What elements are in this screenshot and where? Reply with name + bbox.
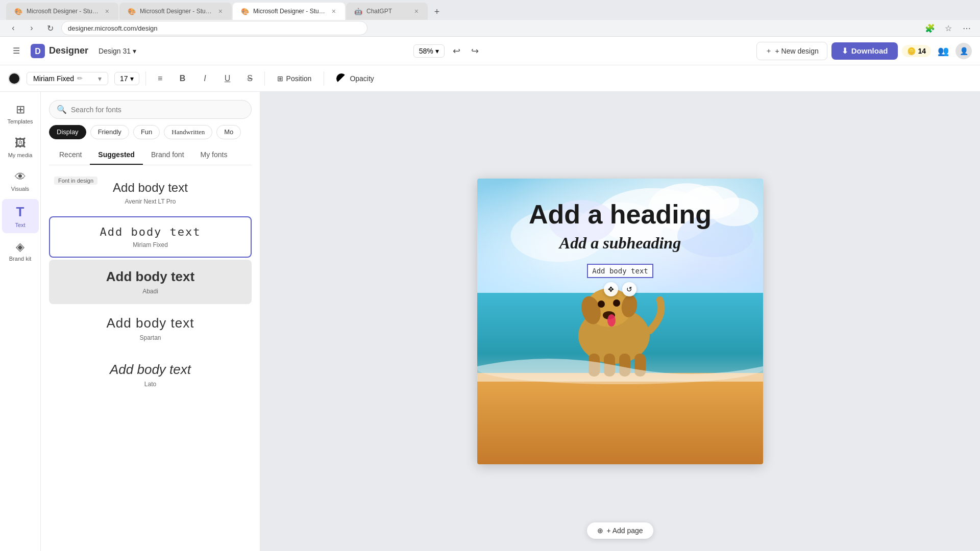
browser-actions: 🧩 ☆ ⋯ <box>923 21 974 35</box>
new-tab-button[interactable]: + <box>429 4 445 20</box>
undo-button[interactable]: ↩ <box>449 43 465 59</box>
coin-icon: 🪙 <box>907 47 916 55</box>
new-design-button[interactable]: ＋ + New design <box>756 42 827 60</box>
tab-suggested[interactable]: Suggested <box>90 145 143 165</box>
designer-logo-icon: D <box>31 44 45 58</box>
font-name-avenir: Avenir Next LT Pro <box>58 198 242 205</box>
tab-my-fonts[interactable]: My fonts <box>192 145 236 165</box>
font-size-selector[interactable]: 17 ▾ <box>114 72 139 85</box>
font-preview-lato: Add body text <box>58 362 242 378</box>
tab-chatgpt[interactable]: 🤖 ChatGPT × <box>346 3 428 20</box>
back-button[interactable]: ‹ <box>6 21 20 35</box>
font-family-selector[interactable]: Miriam Fixed ✏ ▾ <box>27 72 108 85</box>
underline-button[interactable]: U <box>219 70 236 87</box>
edit-icon: ✏ <box>77 74 83 82</box>
font-item-lato[interactable]: Add body text Lato <box>49 353 252 397</box>
brand-kit-icon: ◈ <box>16 240 24 254</box>
tab-close-2[interactable]: × <box>217 6 224 16</box>
zoom-control[interactable]: 58% ▾ <box>413 44 445 58</box>
text-color-picker[interactable] <box>8 72 20 85</box>
tab-close-4[interactable]: × <box>413 6 420 16</box>
filter-chip-friendly[interactable]: Friendly <box>90 125 129 139</box>
hamburger-button[interactable]: ☰ <box>8 43 24 59</box>
tab-favicon-3: 🎨 <box>241 8 249 15</box>
favorites-button[interactable]: ☆ <box>941 21 955 35</box>
sidebar-item-brand-kit[interactable]: ◈ Brand kit <box>2 235 39 267</box>
font-search-input[interactable] <box>71 106 244 114</box>
strikethrough-button[interactable]: S <box>242 70 258 87</box>
font-list: Font in design Add body text Avenir Next… <box>49 171 252 397</box>
filter-chip-handwritten[interactable]: Handwritten <box>164 125 212 139</box>
font-name-abadi: Abadi <box>58 288 242 295</box>
font-search-bar[interactable]: 🔍 <box>49 100 252 119</box>
brand-kit-label: Brand kit <box>9 256 31 262</box>
toolbar-center: 58% ▾ ↩ ↪ <box>146 43 750 59</box>
tab-recent[interactable]: Recent <box>51 145 90 165</box>
filter-chip-display[interactable]: Display <box>49 125 86 139</box>
app-name: Designer <box>49 45 88 56</box>
font-preview-spartan: Add body text <box>58 315 242 331</box>
download-icon: ⬇ <box>842 46 848 56</box>
reload-button[interactable]: ↻ <box>43 21 57 35</box>
canvas-container: Add a heading Add a subheading Add body … <box>477 179 763 464</box>
tab-close-1[interactable]: × <box>104 6 110 16</box>
templates-icon: ⊞ <box>16 103 25 116</box>
toolbar-right: ＋ + New design ⬇ Download 🪙 14 👥 👤 <box>756 42 972 60</box>
font-tabs: Recent Suggested Brand font My fonts <box>49 145 252 165</box>
bold-button[interactable]: B <box>175 70 191 87</box>
align-button[interactable]: ≡ <box>152 70 168 87</box>
font-panel-inner: 🔍 Display Friendly Fun Handwritten <box>41 92 260 551</box>
my-media-label: My media <box>8 152 33 158</box>
left-sidebar: ⊞ Templates 🖼 My media 👁 Visuals T Text … <box>0 92 41 551</box>
tab-2[interactable]: 🎨 Microsoft Designer - Stunning × <box>119 3 232 20</box>
font-item-miriam[interactable]: Add body text Miriam Fixed <box>49 216 252 258</box>
tab-3[interactable]: 🎨 Microsoft Designer - Stunning × <box>233 3 345 20</box>
opacity-label: Opacity <box>350 74 374 83</box>
sidebar-item-visuals[interactable]: 👁 Visuals <box>2 165 39 197</box>
tab-1[interactable]: 🎨 Microsoft Designer - Stunning × <box>6 3 118 20</box>
design-canvas[interactable]: Add a heading Add a subheading Add body … <box>477 179 763 464</box>
filter-chip-fun[interactable]: Fun <box>133 125 160 139</box>
add-page-label: + Add page <box>606 527 643 535</box>
download-label: Download <box>851 46 888 55</box>
coins-count: 14 <box>918 47 926 55</box>
add-page-button[interactable]: ⊕ + Add page <box>587 522 653 539</box>
tab-favicon-2: 🎨 <box>128 8 136 15</box>
tab-brand-font[interactable]: Brand font <box>143 145 192 165</box>
canvas-body-text[interactable]: Add body text <box>587 264 653 278</box>
tab-bar: 🎨 Microsoft Designer - Stunning × 🎨 Micr… <box>0 0 980 20</box>
main-content: ⊞ Templates 🖼 My media 👁 Visuals T Text … <box>0 92 980 551</box>
position-button[interactable]: ⊞ Position <box>271 72 318 85</box>
browser-menu-button[interactable]: ⋯ <box>960 21 974 35</box>
canvas-subheading[interactable]: Add a subheading <box>559 234 681 253</box>
share-button[interactable]: 👥 <box>935 43 951 59</box>
sidebar-item-templates[interactable]: ⊞ Templates <box>2 98 39 130</box>
move-handle[interactable]: ✥ <box>604 282 618 296</box>
filter-chip-more[interactable]: Mo <box>216 125 241 139</box>
app-layout: ☰ D Designer Design 31 ▾ 58% ▾ ↩ ↪ ＋ <box>0 37 980 551</box>
url-bar[interactable]: designer.microsoft.com/design <box>61 21 368 35</box>
format-divider-1 <box>145 71 146 86</box>
font-item-spartan[interactable]: Add body text Spartan <box>49 306 252 350</box>
sidebar-item-my-media[interactable]: 🖼 My media <box>2 132 39 163</box>
forward-button[interactable]: › <box>24 21 39 35</box>
italic-button[interactable]: I <box>197 70 213 87</box>
chevron-down-icon-size: ▾ <box>130 74 134 83</box>
redo-button[interactable]: ↪ <box>467 43 483 59</box>
rotate-handle[interactable]: ↺ <box>622 282 636 296</box>
sidebar-item-text[interactable]: T Text <box>2 199 39 233</box>
tab-close-3[interactable]: × <box>331 6 337 16</box>
design-name-text: Design 31 <box>99 47 131 55</box>
font-item-avenir[interactable]: Font in design Add body text Avenir Next… <box>49 171 252 214</box>
canvas-heading[interactable]: Add a heading <box>529 199 712 230</box>
download-button[interactable]: ⬇ Download <box>831 42 898 60</box>
tab-favicon: 🎨 <box>14 8 22 15</box>
design-name-selector[interactable]: Design 31 ▾ <box>94 45 140 57</box>
extensions-button[interactable]: 🧩 <box>923 21 937 35</box>
opacity-button[interactable]: Opacity <box>330 71 380 86</box>
user-avatar[interactable]: 👤 <box>955 43 972 59</box>
font-item-abadi[interactable]: Add body text Abadi <box>49 260 252 304</box>
font-preview-abadi: Add body text <box>58 269 242 285</box>
canvas-area: Add a heading Add a subheading Add body … <box>260 92 980 551</box>
tab-favicon-4: 🤖 <box>354 8 362 15</box>
